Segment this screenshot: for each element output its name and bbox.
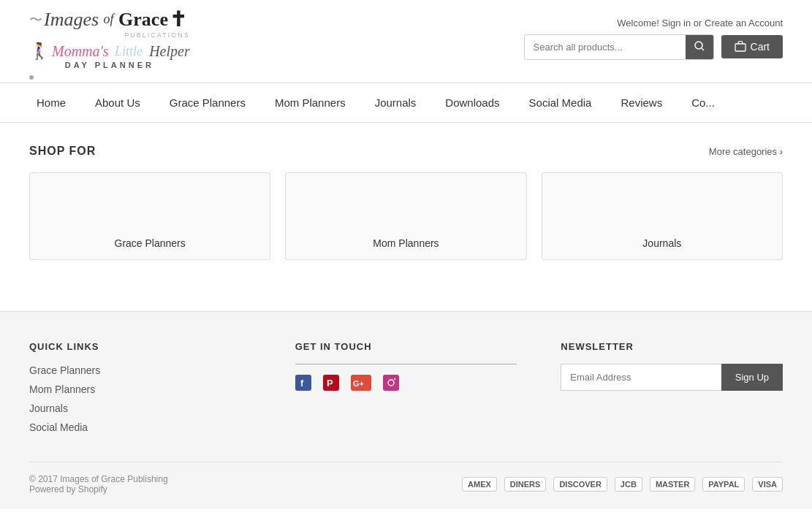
category-card-grace-planners[interactable]: Grace Planners [29, 172, 270, 260]
footer-link-grace-planners[interactable]: Grace Planners [29, 364, 100, 376]
create-account-link[interactable]: Create an Account [705, 18, 783, 28]
search-cart-row: Cart [524, 34, 783, 60]
dot-indicator [29, 75, 34, 80]
facebook-icon[interactable]: f [295, 375, 311, 395]
logo-publications-text: PUBLICATIONS [29, 31, 190, 39]
category-label: Journals [642, 237, 681, 249]
powered-by-link[interactable]: Powered by Shopify [29, 484, 107, 494]
logo-cross-icon: ✝ [170, 7, 186, 31]
newsletter-email-input[interactable] [561, 364, 721, 391]
copyright-text: © 2017 Images of Grace Publishing [29, 474, 168, 484]
footer-divider [295, 364, 517, 364]
nav-item-downloads[interactable]: Downloads [430, 83, 514, 122]
jcb-icon: JCB [615, 477, 642, 492]
more-categories-link[interactable]: More categories › [709, 146, 783, 157]
search-button[interactable] [686, 35, 713, 59]
categories-grid: Grace Planners Mom Planners Journals [29, 172, 783, 260]
nav-item-home[interactable]: Home [22, 83, 80, 122]
paypal-icon: PAYPAL [702, 477, 745, 492]
category-label: Mom Planners [373, 237, 439, 249]
cart-button[interactable]: Cart [721, 35, 783, 58]
quick-links-title: QUICK LINKS [29, 341, 251, 352]
main-nav: Home About Us Grace Planners Mom Planner… [0, 83, 812, 123]
svg-point-0 [695, 42, 702, 49]
footer-bottom: © 2017 Images of Grace Publishing Powere… [29, 462, 783, 494]
footer-link-social-media[interactable]: Social Media [29, 421, 88, 433]
logo-area: 〜 Images of Grace ✝ PUBLICATIONS 🚶‍♀️ Mo… [29, 7, 190, 69]
footer: QUICK LINKS Grace Planners Mom Planners … [0, 311, 812, 509]
payment-icons: AMEX DINERS DISCOVER JCB MASTER PAYPAL V… [462, 477, 783, 492]
main-content: SHOP FOR More categories › Grace Planner… [0, 123, 812, 282]
nav-item-grace-planners[interactable]: Grace Planners [155, 83, 260, 122]
search-box [524, 34, 714, 60]
logo-swirl-icon: 〜 [29, 11, 42, 28]
footer-get-in-touch-col: GET IN TOUCH f P G+ [295, 341, 517, 440]
footer-quick-links-col: QUICK LINKS Grace Planners Mom Planners … [29, 341, 251, 440]
footer-copyright-row: © 2017 Images of Grace Publishing Powere… [29, 474, 168, 494]
signin-link[interactable]: Sign in [661, 18, 691, 28]
shop-header: SHOP FOR More categories › [29, 145, 783, 158]
svg-text:P: P [327, 378, 333, 389]
svg-rect-2 [735, 44, 745, 51]
newsletter-form: Sign Up [561, 364, 783, 391]
logo-images-text: Images [44, 9, 99, 31]
header-right: Welcome! Sign in or Create an Account [524, 18, 783, 60]
newsletter-title: NEWSLETTER [561, 341, 783, 352]
nav-item-social-media[interactable]: Social Media [515, 83, 607, 122]
footer-top: QUICK LINKS Grace Planners Mom Planners … [29, 341, 783, 440]
google-plus-icon[interactable]: G+ [351, 375, 371, 395]
visa-icon: VISA [752, 477, 783, 492]
footer-newsletter-col: NEWSLETTER Sign Up [561, 341, 783, 440]
svg-rect-9 [383, 375, 399, 391]
svg-text:G+: G+ [353, 379, 364, 388]
sublogo-mommas: Momma's [52, 43, 109, 60]
category-label: Grace Planners [115, 237, 186, 249]
header-auth-links: Welcome! Sign in or Create an Account [617, 18, 783, 28]
category-card-journals[interactable]: Journals [542, 172, 783, 260]
search-input[interactable] [525, 36, 686, 58]
sublogo-figure-icon: 🚶‍♀️ [29, 42, 49, 61]
or-text: or [694, 18, 702, 28]
newsletter-signup-button[interactable]: Sign Up [721, 364, 783, 391]
category-card-mom-planners[interactable]: Mom Planners [285, 172, 526, 260]
nav-item-journals[interactable]: Journals [360, 83, 431, 122]
footer-link-journals[interactable]: Journals [29, 402, 68, 414]
sublogo-helper: Helper [145, 43, 190, 60]
instagram-icon[interactable] [383, 375, 399, 395]
master-icon: MASTER [650, 477, 695, 492]
logo-of-text: of [100, 12, 117, 27]
nav-item-about-us[interactable]: About Us [80, 83, 155, 122]
sublogo-little: Little [112, 44, 143, 59]
discover-icon: DISCOVER [553, 477, 607, 492]
cart-label: Cart [751, 41, 770, 53]
nav-list: Home About Us Grace Planners Mom Planner… [0, 83, 812, 122]
pinterest-icon[interactable]: P [323, 375, 339, 395]
svg-text:f: f [300, 378, 304, 389]
logo-main-line: 〜 Images of Grace ✝ [29, 7, 190, 31]
nav-item-reviews[interactable]: Reviews [606, 83, 677, 122]
get-in-touch-title: GET IN TOUCH [295, 341, 517, 352]
svg-line-1 [702, 48, 704, 50]
shop-for-title: SHOP FOR [29, 145, 96, 158]
svg-point-11 [393, 378, 395, 380]
nav-item-contact[interactable]: Co... [677, 83, 729, 122]
diners-icon: DINERS [504, 477, 547, 492]
welcome-text: Welcome! [617, 18, 659, 28]
social-icons-row: f P G+ [295, 375, 517, 395]
amex-icon: AMEX [462, 477, 497, 492]
sublogo-row: 🚶‍♀️ Momma's Little Helper [29, 42, 190, 61]
logo-grace-text: Grace [118, 9, 168, 31]
header: 〜 Images of Grace ✝ PUBLICATIONS 🚶‍♀️ Mo… [0, 0, 812, 69]
nav-item-mom-planners[interactable]: Mom Planners [260, 83, 360, 122]
sublogo-day-planner: DAY PLANNER [29, 61, 190, 69]
footer-link-mom-planners[interactable]: Mom Planners [29, 383, 95, 395]
